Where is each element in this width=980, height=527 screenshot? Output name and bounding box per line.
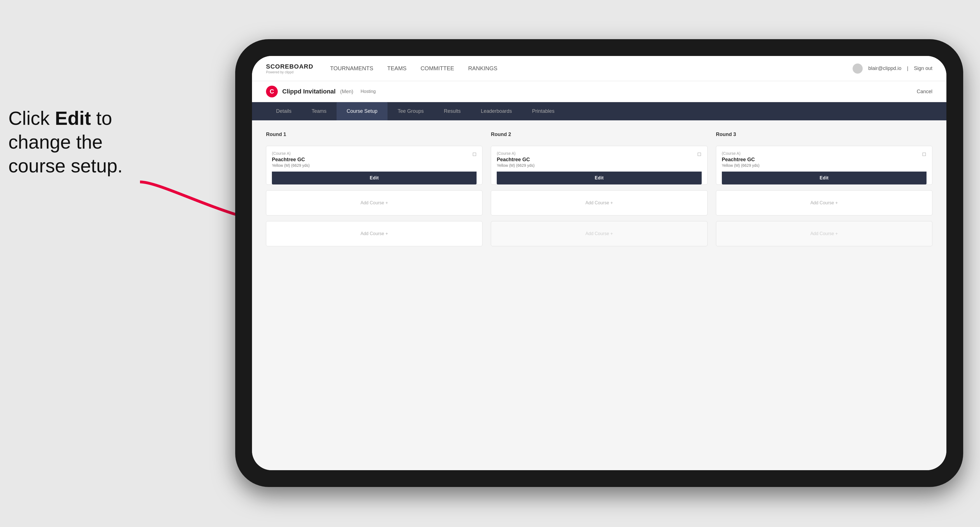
clippd-logo: C <box>266 86 278 97</box>
round-1-delete-button[interactable]: ◻ <box>470 150 478 158</box>
tab-teams[interactable]: Teams <box>302 102 337 121</box>
round-3-add-course-1[interactable]: Add Course + <box>716 190 932 216</box>
round-3-add-course-2-label: Add Course + <box>810 231 838 236</box>
round-2-add-course-1-label: Add Course + <box>585 200 613 205</box>
logo-scoreboard: SCOREBOARD <box>266 63 313 70</box>
round-2-add-course-1[interactable]: Add Course + <box>491 190 707 216</box>
round-3-course-label: (Course A) <box>722 151 926 156</box>
tournament-gender: (Men) <box>340 89 353 95</box>
round-3-title: Round 3 <box>716 132 932 137</box>
round-2-add-course-2-label: Add Course + <box>585 231 613 236</box>
nav-right: blair@clippd.io | Sign out <box>853 63 932 74</box>
tournament-name: Clippd Invitational <box>282 88 336 95</box>
round-2-add-course-2: Add Course + <box>491 221 707 246</box>
nav-tournaments[interactable]: TOURNAMENTS <box>330 64 373 73</box>
instruction-block: Click Edit tochange thecourse setup. <box>8 106 177 178</box>
round-2-course-label: (Course A) <box>497 151 702 156</box>
round-3-column: Round 3 ◻ (Course A) Peachtree GC Yellow… <box>716 132 932 246</box>
nav-links: TOURNAMENTS TEAMS COMMITTEE RANKINGS <box>330 64 853 73</box>
round-1-course-name: Peachtree GC <box>272 157 477 163</box>
main-content: Round 1 ◻ (Course A) Peachtree GC Yellow… <box>252 121 947 470</box>
round-2-course-card: ◻ (Course A) Peachtree GC Yellow (M) (66… <box>491 146 707 185</box>
tablet-device: SCOREBOARD Powered by clippd TOURNAMENTS… <box>235 39 963 487</box>
round-1-add-course-1[interactable]: Add Course + <box>266 190 482 216</box>
round-1-course-card: ◻ (Course A) Peachtree GC Yellow (M) (66… <box>266 146 482 185</box>
tab-bar: Details Teams Course Setup Tee Groups Re… <box>252 102 947 121</box>
round-2-course-name: Peachtree GC <box>497 157 702 163</box>
sub-header-left: C Clippd Invitational (Men) Hosting <box>266 86 376 97</box>
round-2-edit-button[interactable]: Edit <box>497 171 702 184</box>
tab-details[interactable]: Details <box>266 102 302 121</box>
tablet-screen: SCOREBOARD Powered by clippd TOURNAMENTS… <box>252 56 947 470</box>
nav-rankings[interactable]: RANKINGS <box>468 64 497 73</box>
logo-area: SCOREBOARD Powered by clippd <box>266 63 313 74</box>
nav-teams[interactable]: TEAMS <box>387 64 407 73</box>
user-email: blair@clippd.io <box>868 65 901 71</box>
hosting-badge: Hosting <box>361 89 376 94</box>
tab-course-setup[interactable]: Course Setup <box>337 102 388 121</box>
sign-out-link[interactable]: Sign out <box>914 65 932 71</box>
round-1-add-course-2-label: Add Course + <box>361 231 388 236</box>
nav-committee[interactable]: COMMITTEE <box>420 64 454 73</box>
round-1-title: Round 1 <box>266 132 482 137</box>
instruction-text: Click Edit tochange thecourse setup. <box>8 106 177 178</box>
tab-results[interactable]: Results <box>434 102 471 121</box>
logo-sub: Powered by clippd <box>266 70 313 74</box>
round-2-course-details: Yellow (M) (6629 yds) <box>497 163 702 168</box>
round-3-delete-button[interactable]: ◻ <box>920 150 928 158</box>
round-3-course-name: Peachtree GC <box>722 157 926 163</box>
round-1-add-course-2[interactable]: Add Course + <box>266 221 482 246</box>
cancel-button[interactable]: Cancel <box>917 89 932 95</box>
separator: | <box>907 65 908 71</box>
top-nav: SCOREBOARD Powered by clippd TOURNAMENTS… <box>252 56 947 81</box>
round-1-add-course-1-label: Add Course + <box>361 200 388 205</box>
round-1-column: Round 1 ◻ (Course A) Peachtree GC Yellow… <box>266 132 482 246</box>
sub-header: C Clippd Invitational (Men) Hosting Canc… <box>252 81 947 102</box>
round-1-course-label: (Course A) <box>272 151 477 156</box>
user-avatar <box>853 63 863 74</box>
rounds-grid: Round 1 ◻ (Course A) Peachtree GC Yellow… <box>266 132 932 246</box>
tab-tee-groups[interactable]: Tee Groups <box>388 102 434 121</box>
round-3-course-card: ◻ (Course A) Peachtree GC Yellow (M) (66… <box>716 146 932 185</box>
round-1-course-details: Yellow (M) (6629 yds) <box>272 163 477 168</box>
round-1-edit-button[interactable]: Edit <box>272 171 477 184</box>
round-3-add-course-2: Add Course + <box>716 221 932 246</box>
round-3-course-details: Yellow (M) (6629 yds) <box>722 163 926 168</box>
tab-printables[interactable]: Printables <box>522 102 565 121</box>
round-3-edit-button[interactable]: Edit <box>722 171 926 184</box>
round-3-add-course-1-label: Add Course + <box>810 200 838 205</box>
round-2-title: Round 2 <box>491 132 707 137</box>
tab-leaderboards[interactable]: Leaderboards <box>471 102 522 121</box>
round-2-delete-button[interactable]: ◻ <box>695 150 703 158</box>
round-2-column: Round 2 ◻ (Course A) Peachtree GC Yellow… <box>491 132 707 246</box>
